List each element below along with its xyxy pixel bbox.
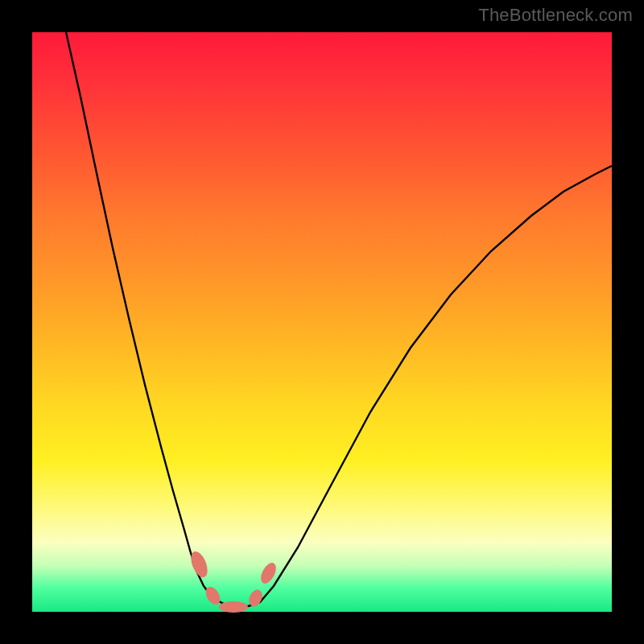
chart-frame: TheBottleneck.com <box>0 0 644 644</box>
curve-path <box>66 32 612 608</box>
curve-marker-bottom-mid <box>219 601 248 613</box>
bottleneck-curve <box>32 32 612 612</box>
plot-area <box>32 32 612 612</box>
watermark-text: TheBottleneck.com <box>478 5 633 26</box>
